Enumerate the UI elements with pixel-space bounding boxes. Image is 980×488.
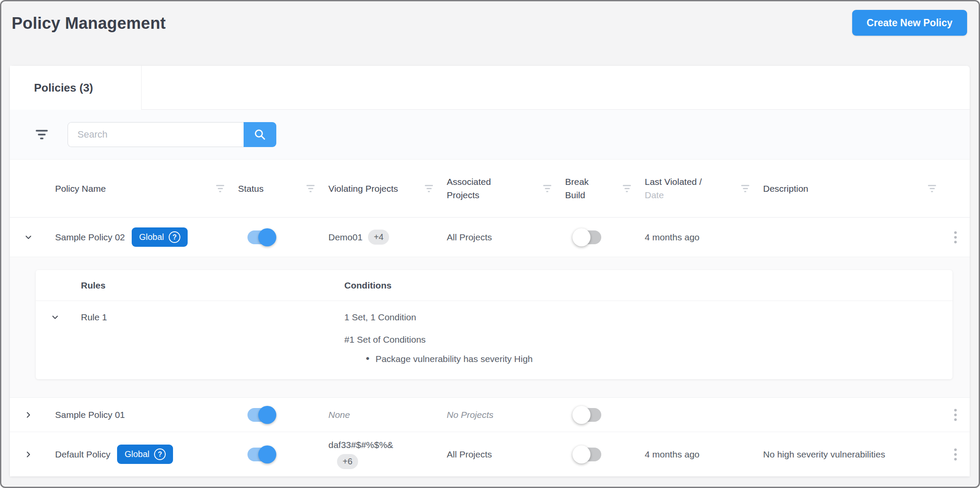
rule-row: Rule 1 1 Set, 1 Condition [36,301,952,334]
filter-icon[interactable] [36,130,48,139]
policy-name: Default Policy [55,449,110,460]
policy-management-page: Policy Management Create New Policy Poli… [0,0,980,488]
chevron-down-icon[interactable] [49,312,61,323]
filter-icon[interactable] [306,185,315,192]
page-header: Policy Management Create New Policy [1,1,979,66]
help-symbol: ? [173,233,177,241]
search-input[interactable] [68,122,244,147]
table-row: Sample Policy 02 Global ? Demo01 +4 All … [10,218,970,257]
column-last-violated-line1: Last Violated / [645,175,702,188]
more-count-badge[interactable]: +4 [368,230,389,245]
last-violated-value: 4 months ago [645,232,699,242]
condition-set-heading: #1 Set of Conditions [344,335,952,345]
help-symbol: ? [158,451,162,458]
description-value: No high severity vulnerabilities [763,449,885,460]
filter-icon[interactable] [928,185,936,192]
break-build-toggle[interactable] [575,408,601,422]
rule-conditions-detail: #1 Set of Conditions Package vulnerabili… [36,334,952,379]
violating-projects-cell: daf33#$#%$%& +6 [328,440,393,469]
more-count-badge[interactable]: +6 [337,454,358,469]
policies-card: Policies (3) Policy Name [10,66,970,476]
row-actions-menu[interactable] [952,446,959,463]
status-toggle[interactable] [247,230,274,244]
column-status: Status [238,182,264,195]
help-icon[interactable]: ? [169,231,180,243]
page-title: Policy Management [12,14,166,33]
column-break-build: Break Build [565,175,594,202]
table-row: Sample Policy 01 None No Projects [10,398,970,432]
chevron-right-icon[interactable] [23,409,34,420]
rule-name: Rule 1 [74,312,338,322]
condition-item: Package vulnerability has severity High [366,353,952,365]
associated-projects-value: No Projects [447,410,494,420]
subcolumn-rules: Rules [74,280,338,291]
table-toolbar [10,110,970,160]
violating-projects-value: daf33#$#%$%& [328,440,393,450]
search-icon [254,128,266,141]
filter-icon[interactable] [543,185,551,192]
associated-projects-value: All Projects [447,232,492,242]
filter-icon[interactable] [216,185,224,192]
break-build-toggle[interactable] [575,230,601,244]
status-toggle[interactable] [247,408,274,422]
search-box [68,122,276,147]
expanded-policy-detail: Rules Conditions Rule 1 1 Set, 1 Conditi… [10,257,970,398]
column-last-violated-date: Last Violated / Date [645,175,702,202]
column-description: Description [763,182,808,195]
table-row: Default Policy Global ? daf33#$#%$%& +6 … [10,432,970,476]
chevron-right-icon[interactable] [23,449,34,460]
tab-policies[interactable]: Policies (3) [10,66,142,110]
rules-subtable: Rules Conditions Rule 1 1 Set, 1 Conditi… [36,270,952,379]
filter-icon[interactable] [741,185,749,192]
status-toggle[interactable] [247,448,274,461]
tab-policies-label: Policies (3) [34,81,93,95]
violating-projects-value: None [328,410,350,420]
break-build-toggle[interactable] [575,448,601,461]
create-new-policy-button[interactable]: Create New Policy [852,10,967,36]
table-header-row: Policy Name Status Violating Projects As… [10,160,970,218]
rules-subtable-header: Rules Conditions [36,270,952,301]
filter-icon[interactable] [623,185,631,192]
violating-projects-value: Demo01 [328,232,362,242]
policy-name: Sample Policy 02 [55,232,125,242]
policy-name: Sample Policy 01 [55,410,125,420]
column-violating-projects: Violating Projects [328,182,398,195]
row-actions-menu[interactable] [952,229,959,246]
tab-bar: Policies (3) [10,66,970,110]
last-violated-value: 4 months ago [645,449,699,460]
subcolumn-conditions: Conditions [338,280,952,291]
associated-projects-value: All Projects [447,449,492,460]
chevron-down-icon[interactable] [23,232,34,243]
help-icon[interactable]: ? [154,448,166,460]
global-badge: Global ? [132,227,188,247]
row-actions-menu[interactable] [952,406,959,424]
search-button[interactable] [244,122,276,147]
column-associated-projects: Associated Projects [447,175,499,202]
global-badge-label: Global [124,449,149,459]
column-policy-name: Policy Name [55,182,106,195]
filter-icon[interactable] [425,185,433,192]
global-badge-label: Global [139,232,164,242]
conditions-summary: 1 Set, 1 Condition [338,312,952,322]
column-last-violated-line2: Date [645,188,702,202]
global-badge: Global ? [117,445,173,464]
